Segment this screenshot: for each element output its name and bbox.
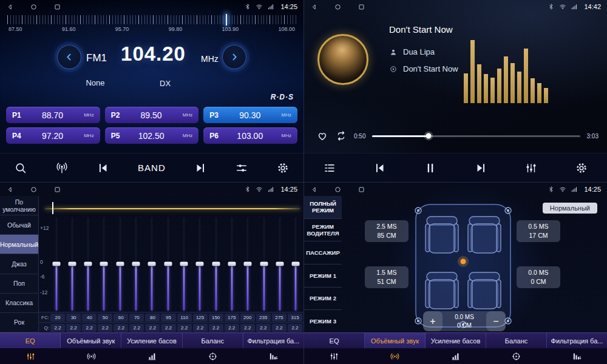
eq-band-slider[interactable] [259,217,269,311]
next-station-button[interactable] [194,161,207,175]
preset-button-p3[interactable]: P390.30MHz [203,107,297,123]
surround-mode-item[interactable]: РЕЖИМ ВОДИТЕЛЯ [304,219,342,242]
surround-mode-item[interactable]: РЕЖИМ 3 [304,310,342,332]
eq-band-slider[interactable] [275,217,285,311]
repeat-button[interactable] [335,130,347,142]
bass-boost-icon[interactable] [426,348,486,364]
favorite-button[interactable] [316,130,328,142]
eq-slider-knob[interactable] [228,261,236,266]
delay-minus-button[interactable]: − [486,311,506,331]
audio-tab-label[interactable]: Усиление басов [121,333,182,348]
eq-preset-item[interactable]: Джаз [0,254,38,274]
eq-slider-knob[interactable] [244,261,252,266]
surround-icon[interactable] [365,348,426,364]
surround-mode-item[interactable]: ПОЛНЫЙ РЕЖИМ [304,196,342,219]
eq-slider-knob[interactable] [52,261,60,266]
band-button[interactable]: BAND [138,163,166,173]
eq-slider-knob[interactable] [180,261,188,266]
eq-preset-item[interactable]: Классика [0,294,38,313]
eq-band-slider[interactable] [291,217,301,311]
eq-slider-knob[interactable] [148,261,156,266]
eq-preset-item[interactable]: Нормальный [0,235,38,254]
filter-icon[interactable] [243,348,304,364]
audio-tab-label[interactable]: Объёмный звук [365,333,426,348]
home-circle-icon[interactable] [30,186,38,194]
eq-button[interactable] [524,161,538,175]
back-icon[interactable] [6,3,14,11]
bass-boost-icon[interactable] [121,348,182,364]
recents-square-icon[interactable] [358,186,365,194]
recents-square-icon[interactable] [358,3,365,11]
audio-tab-label[interactable]: Фильтрация ба... [547,333,607,348]
eq-preset-item[interactable]: Рок [0,313,38,332]
eq-slider-knob[interactable] [212,261,220,266]
settings-button[interactable] [575,161,588,175]
surround-mode-item[interactable]: РЕЖИМ 1 [304,265,342,288]
audio-tab-label[interactable]: Усиление басов [426,333,486,348]
audio-tab-label[interactable]: Баланс [183,333,243,348]
seek-down-button[interactable] [57,45,81,69]
home-circle-icon[interactable] [334,186,342,194]
eq-band-slider[interactable] [179,217,189,311]
eq-band-slider[interactable] [195,217,205,311]
eq-band-slider[interactable] [115,217,125,311]
progress-bar[interactable] [372,135,580,137]
frequency-ruler[interactable] [7,15,296,24]
eq-band-slider[interactable] [51,217,61,311]
profile-badge[interactable]: Нормальный [543,203,597,214]
auto-scan-button[interactable] [55,161,69,175]
eq-slider-knob[interactable] [276,261,284,266]
eq-slider-knob[interactable] [196,261,204,266]
audio-tab-label[interactable]: Объёмный звук [61,333,121,348]
eq-slider-knob[interactable] [164,261,172,266]
eq-preset-item[interactable]: По умолчанию [0,196,38,215]
eq-slider-knob[interactable] [68,261,76,266]
eq-slider-knob[interactable] [84,261,92,266]
surround-mode-item[interactable]: ПАССАЖИР [304,241,342,265]
eq-vertical-icon[interactable] [0,348,61,364]
eq-slider-knob[interactable] [292,261,300,266]
progress-knob[interactable] [426,133,431,139]
eq-band-slider[interactable] [83,217,93,311]
eq-band-slider[interactable] [243,217,253,311]
delay-plus-button[interactable]: + [423,311,443,331]
balance-icon[interactable] [486,348,546,364]
back-icon[interactable] [6,186,14,194]
preset-button-p1[interactable]: P188.70MHz [6,107,100,123]
eq-slider-knob[interactable] [260,261,268,266]
prev-track-button[interactable] [373,161,387,175]
preset-button-p6[interactable]: P6103.00MHz [203,127,297,144]
eq-vertical-icon[interactable] [304,348,365,364]
eq-band-slider[interactable] [163,217,173,311]
audio-tab-label[interactable]: EQ [304,333,365,348]
audio-tab-label[interactable]: Баланс [486,333,547,348]
pause-button[interactable] [424,161,437,175]
eq-preset-item[interactable]: Обычай [0,215,38,235]
back-icon[interactable] [310,186,318,194]
eq-band-slider[interactable] [131,217,141,311]
recents-square-icon[interactable] [53,186,61,194]
recents-square-icon[interactable] [53,3,61,11]
eq-preset-item[interactable]: Поп [0,274,38,294]
eq-band-slider[interactable] [211,217,221,311]
audio-tab-label[interactable]: EQ [0,333,61,348]
home-circle-icon[interactable] [30,3,38,11]
eq-band-slider[interactable] [227,217,237,311]
settings-button[interactable] [276,161,290,175]
filter-icon[interactable] [546,348,607,364]
tune-button[interactable] [235,161,248,175]
eq-band-slider[interactable] [67,217,77,311]
playlist-button[interactable] [323,161,336,175]
next-track-button[interactable] [474,161,487,175]
prev-station-button[interactable] [97,161,110,175]
balance-icon[interactable] [182,348,243,364]
surround-mode-item[interactable]: РЕЖИМ 2 [304,288,342,311]
eq-band-slider[interactable] [99,217,109,311]
home-circle-icon[interactable] [334,3,342,11]
eq-slider-knob[interactable] [100,261,108,266]
eq-slider-knob[interactable] [116,261,124,266]
preset-button-p5[interactable]: P5102.50MHz [105,127,199,144]
preset-button-p2[interactable]: P289.50MHz [105,107,199,123]
back-icon[interactable] [310,3,318,11]
eq-band-slider[interactable] [147,217,157,311]
